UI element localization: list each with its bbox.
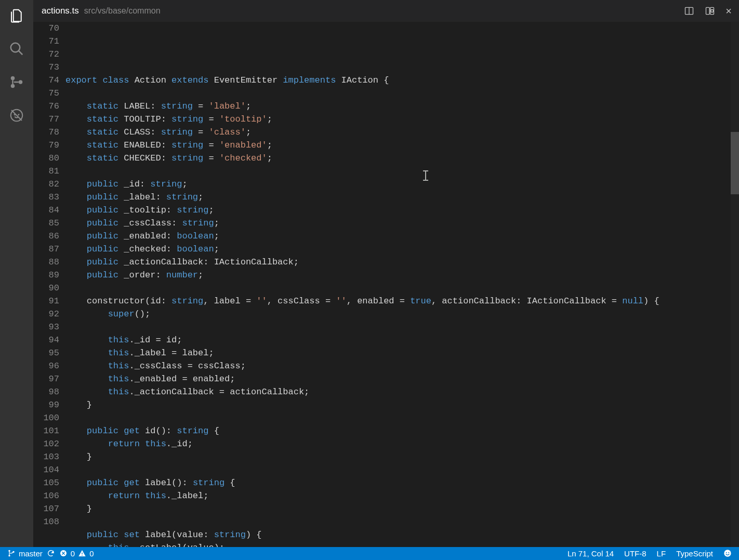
svg-line-6 (11, 110, 22, 121)
line-number: 101 (33, 424, 59, 437)
code-line[interactable]: } (65, 450, 739, 463)
line-number: 85 (33, 217, 59, 230)
show-preview-icon[interactable] (705, 6, 715, 16)
code-line[interactable] (65, 463, 739, 476)
code-line[interactable]: public get id(): string { (65, 424, 739, 437)
svg-point-12 (8, 550, 10, 552)
workbench: actions.ts src/vs/base/common × (0, 0, 739, 547)
code-line[interactable]: public _label: string; (65, 191, 739, 204)
language-mode[interactable]: TypeScript (676, 549, 713, 558)
line-number: 84 (33, 204, 59, 217)
code-line[interactable] (65, 61, 739, 74)
line-number: 92 (33, 308, 59, 321)
code-line[interactable]: static TOOLTIP: string = 'tooltip'; (65, 113, 739, 126)
code-line[interactable]: public _actionCallback: IActionCallback; (65, 256, 739, 269)
code-line[interactable]: public _enabled: boolean; (65, 230, 739, 243)
activity-bar (0, 0, 33, 547)
code-line[interactable]: public get label(): string { (65, 476, 739, 489)
line-number: 107 (33, 502, 59, 515)
svg-point-22 (728, 552, 729, 553)
code-editor[interactable]: 7071727374757677787980818283848586878889… (33, 22, 739, 547)
code-line[interactable]: static ENABLED: string = 'enabled'; (65, 139, 739, 152)
code-line[interactable]: public set label(value: string) { (65, 528, 739, 541)
code-content[interactable]: export class Action extends EventEmitter… (64, 22, 739, 547)
git-branch[interactable]: master (7, 549, 43, 558)
line-number: 76 (33, 100, 59, 113)
scrollbar-vertical[interactable] (731, 22, 739, 547)
code-line[interactable]: static LABEL: string = 'label'; (65, 100, 739, 113)
code-line[interactable]: this._actionCallback = actionCallback; (65, 385, 739, 398)
tab-title[interactable]: actions.ts src/vs/base/common (42, 6, 161, 16)
line-number: 77 (33, 113, 59, 126)
editor-group: actions.ts src/vs/base/common × (33, 0, 739, 547)
code-line[interactable]: public _id: string; (65, 178, 739, 191)
line-number: 106 (33, 489, 59, 502)
svg-point-13 (8, 555, 10, 556)
code-line[interactable]: constructor(id: string, label = '', cssC… (65, 295, 739, 308)
line-number: 74 (33, 74, 59, 87)
line-number: 96 (33, 359, 59, 372)
source-control-icon[interactable] (7, 73, 26, 91)
line-number: 81 (33, 165, 59, 178)
line-number: 94 (33, 334, 59, 346)
scrollbar-thumb[interactable] (731, 132, 739, 194)
code-line[interactable]: static CHECKED: string = 'checked'; (65, 152, 739, 165)
line-number: 103 (33, 450, 59, 463)
encoding[interactable]: UTF-8 (624, 549, 646, 558)
code-line[interactable]: this._label = label; (65, 346, 739, 359)
tab-strip: actions.ts src/vs/base/common × (33, 0, 739, 22)
line-number: 95 (33, 346, 59, 359)
close-editor-icon[interactable]: × (725, 6, 732, 16)
code-line[interactable]: return this._id; (65, 437, 739, 450)
code-line[interactable] (65, 411, 739, 424)
code-line[interactable]: } (65, 398, 739, 411)
code-line[interactable]: this._cssClass = cssClass; (65, 359, 739, 372)
code-line[interactable]: this._id = id; (65, 334, 739, 346)
code-line[interactable]: } (65, 502, 739, 515)
line-number: 91 (33, 295, 59, 308)
line-number: 90 (33, 282, 59, 295)
line-number: 75 (33, 87, 59, 100)
line-number: 93 (33, 321, 59, 334)
line-number: 102 (33, 437, 59, 450)
line-number: 80 (33, 152, 59, 165)
code-line[interactable]: super(); (65, 308, 739, 321)
explorer-icon[interactable] (7, 6, 26, 25)
code-line[interactable]: public _order: number; (65, 269, 739, 282)
code-line[interactable] (65, 515, 739, 528)
code-line[interactable]: return this._label; (65, 489, 739, 502)
code-line[interactable] (65, 321, 739, 334)
line-number: 88 (33, 256, 59, 269)
feedback-icon[interactable] (723, 549, 732, 557)
code-line[interactable]: public _checked: boolean; (65, 243, 739, 256)
line-number: 72 (33, 48, 59, 61)
split-editor-icon[interactable] (684, 6, 694, 16)
code-line[interactable]: public _cssClass: string; (65, 217, 739, 230)
svg-point-20 (724, 550, 731, 557)
code-line[interactable]: this._setLabel(value); (65, 541, 739, 547)
line-number: 100 (33, 411, 59, 424)
debug-icon[interactable] (7, 106, 26, 125)
git-sync-icon[interactable] (47, 549, 55, 557)
code-line[interactable] (65, 87, 739, 100)
problems[interactable]: 0 0 (59, 549, 94, 558)
code-line[interactable] (65, 165, 739, 178)
cursor-position[interactable]: Ln 71, Col 14 (568, 549, 614, 558)
line-number: 78 (33, 126, 59, 139)
svg-point-21 (726, 552, 727, 553)
code-line[interactable]: this._enabled = enabled; (65, 372, 739, 385)
tab-actions: × (684, 6, 732, 16)
svg-rect-9 (706, 8, 710, 15)
search-icon[interactable] (7, 39, 26, 58)
code-line[interactable]: public _tooltip: string; (65, 204, 739, 217)
svg-point-2 (11, 76, 15, 81)
warning-count: 0 (89, 549, 94, 558)
line-number: 99 (33, 398, 59, 411)
code-line[interactable] (65, 282, 739, 295)
code-line[interactable]: static CLASS: string = 'class'; (65, 126, 739, 139)
eol[interactable]: LF (657, 549, 666, 558)
line-number: 82 (33, 178, 59, 191)
line-number: 89 (33, 269, 59, 282)
svg-rect-19 (82, 555, 83, 556)
code-line[interactable]: export class Action extends EventEmitter… (65, 74, 739, 87)
